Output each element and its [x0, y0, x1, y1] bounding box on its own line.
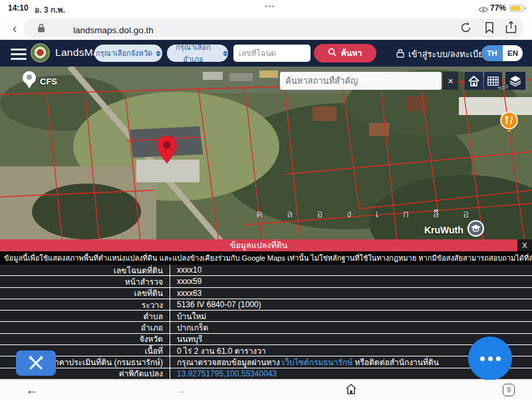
appraisal-text: กรุณาตรวจสอบข้อมูลผ่านทาง [177, 358, 282, 367]
map-marker-kruwuth[interactable]: KruWuth [424, 219, 485, 240]
sort-arrows-icon [223, 51, 228, 57]
map-search-clear-button[interactable]: × [443, 72, 458, 90]
parcel-info-panel: ข้อมูลแปลงที่ดิน X ข้อมูลนี้เพื่อใช้แสดง… [0, 239, 532, 380]
map-tools-button[interactable] [16, 350, 56, 376]
tools-icon [27, 354, 45, 372]
lock-icon [37, 23, 45, 35]
area-label: คลองเกลือ [256, 206, 493, 222]
table-row: เนื้อที่0 ไร่ 2 งาน 61.0 ตารางวา [0, 345, 532, 356]
parcel-pin-icon[interactable] [156, 135, 178, 167]
table-row: ค่าพิกัดแปลง 13.92751795,100.55340043 [0, 368, 532, 380]
province-dropdown[interactable]: กรุณาเลือกจังหวัด [94, 45, 162, 62]
forward-arrow-icon[interactable]: → [173, 383, 189, 398]
map-search-input[interactable] [280, 72, 442, 90]
table-row: เลขที่ดินxxxx63 [0, 288, 532, 299]
table-row: เลขโฉนดที่ดินxxxx10 [0, 265, 532, 276]
panel-title: ข้อมูลแปลงที่ดิน [0, 239, 517, 251]
search-icon [328, 48, 336, 59]
tabs-button[interactable]: 9 [503, 384, 515, 396]
battery-icon [509, 5, 524, 12]
district-dropdown[interactable]: กรุณาเลือกอำเภอ [167, 45, 228, 62]
status-date: อ. 3 ก.พ. [35, 3, 65, 16]
battery-percent: 77% [490, 3, 506, 13]
cfs-pin-icon [21, 70, 37, 92]
school-marker-icon [467, 219, 485, 240]
status-bar: 14:10 อ. 3 ก.พ. ••• 77% [0, 0, 532, 16]
battery-tip [525, 7, 526, 10]
table-row: ตำบลบ้านใหม่ [0, 311, 532, 322]
login-link[interactable]: เข้าสู่ระบบ/ลงทะเบียน [396, 47, 489, 61]
table-row: หน้าสำรวจxxxx59 [0, 276, 532, 287]
url-text: landsmaps.dol.go.th [73, 25, 154, 35]
browser-bottom-bar: ← → 9 [0, 380, 532, 399]
bookmark-icon[interactable] [484, 21, 495, 36]
lang-th-button[interactable]: TH [481, 45, 503, 61]
map-marker-cfs[interactable]: CFS [21, 70, 57, 92]
table-row: จังหวัดนนทบุรี [0, 334, 532, 345]
multitask-dots-icon: ••• [265, 3, 276, 10]
share-icon[interactable] [505, 21, 517, 36]
map-home-button[interactable] [465, 72, 483, 90]
search-button[interactable]: ค้นหา [314, 44, 376, 63]
table-row: อำเภอปากเกร็ด [0, 322, 532, 333]
login-label: เข้าสู่ระบบ/ลงทะเบียน [408, 47, 489, 61]
restaurant-marker-icon[interactable] [500, 112, 518, 136]
coordinates-link[interactable]: 13.92751795,100.55340043 [177, 369, 277, 378]
address-bar[interactable]: landsmaps.dol.go.th [24, 19, 524, 37]
reload-icon[interactable] [460, 21, 472, 36]
browser-back-chevron-icon[interactable]: ‹ [7, 20, 23, 36]
deed-number-input[interactable] [233, 45, 311, 62]
privacy-eye-icon [478, 4, 489, 16]
kruwuth-label: KruWuth [424, 225, 464, 235]
treasury-website-link[interactable]: เว็บไซต์กรมธนารักษ์ [282, 358, 352, 367]
browser-toolbar: ‹ landsmaps.dol.go.th [0, 16, 532, 40]
district-dropdown-label: กรุณาเลือกอำเภอ [167, 41, 219, 65]
search-button-label: ค้นหา [340, 47, 362, 60]
disclaimer-text: ข้อมูลนี้เพื่อใช้แสดงสภาพพื้นที่ตำแหน่งแ… [0, 251, 532, 265]
dol-logo[interactable] [31, 43, 50, 63]
province-dropdown-label: กรุณาเลือกจังหวัด [96, 47, 152, 59]
table-row: ราคาประเมินที่ดิน (กรมธนารักษ์) กรุณาตรว… [0, 356, 532, 368]
hamburger-menu-icon[interactable] [11, 49, 27, 63]
appraisal-text-suffix: หรือติดต่อสำนักงานที่ดิน [352, 358, 439, 367]
language-toggle: TH EN [481, 45, 523, 61]
clock: 14:10 [8, 3, 29, 13]
sort-arrows-icon [156, 51, 161, 57]
table-row: ระวาง5136 IV 6840-07 (1000) [0, 299, 532, 311]
lock-icon [396, 49, 404, 60]
map-canvas[interactable]: CFS × ซอย KruWuth คลองเกลือ [0, 66, 532, 247]
home-tab-icon[interactable] [343, 383, 359, 398]
layers-icon [509, 75, 521, 86]
panel-close-button[interactable]: X [517, 239, 532, 251]
lang-en-button[interactable]: EN [503, 45, 523, 61]
home-icon [468, 76, 479, 86]
more-actions-button[interactable] [468, 336, 512, 380]
cfs-label: CFS [40, 76, 57, 86]
back-arrow-icon[interactable]: ← [24, 383, 40, 398]
landsmaps-header: LandsMaps กรุณาเลือกจังหวัด กรุณาเลือกอำ… [0, 40, 532, 66]
